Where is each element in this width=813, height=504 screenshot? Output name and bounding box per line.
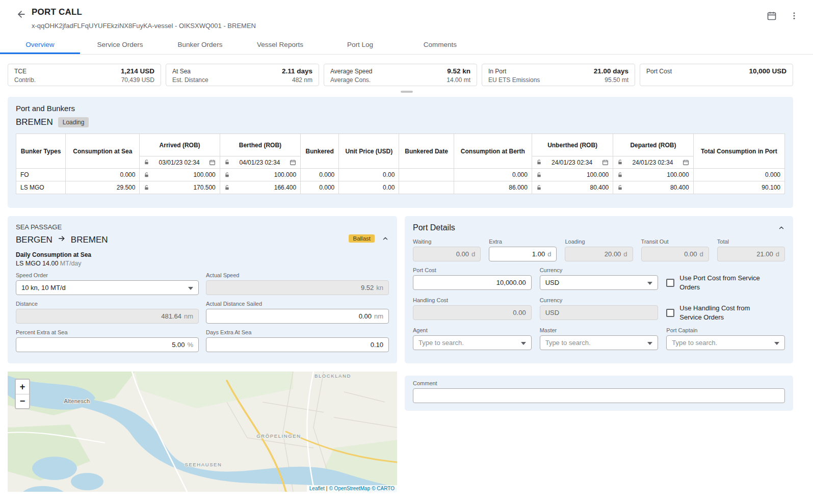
chevron-down-icon (647, 339, 652, 347)
unberthed-rob-cell[interactable]: 80.400 (532, 181, 613, 194)
kpi-value: 10,000 USD (749, 67, 786, 75)
calendar-icon[interactable] (683, 159, 689, 166)
page-title: PORT CALL (32, 7, 82, 17)
lock-icon[interactable] (224, 172, 230, 178)
extra-field[interactable]: 1.00d (489, 247, 557, 261)
tab-comments[interactable]: Comments (400, 36, 480, 54)
arrived-rob-cell[interactable]: 170.500 (140, 181, 220, 194)
bunkered-date-cell[interactable] (399, 169, 454, 181)
speed-order-select[interactable]: 10 kn, 10 MT/d (16, 280, 199, 295)
berthed-rob-cell[interactable]: 100.000 (220, 169, 300, 181)
days-extra-at-sea-field[interactable]: 0.10 (206, 337, 389, 352)
kpi-card-at-sea: At Sea2.11 days Est. Distance482 nm (166, 64, 319, 86)
actual-distance-sailed-label: Actual Distance Sailed (206, 301, 389, 307)
speed-order-label: Speed Order (16, 272, 199, 278)
agent-search-field[interactable] (413, 335, 532, 350)
calendar-icon[interactable] (602, 159, 609, 166)
lock-icon[interactable] (144, 185, 149, 191)
col-header-consumption-at-sea: Consumption at Sea (66, 134, 140, 169)
unit-price-cell[interactable]: 0.00 (339, 169, 399, 181)
map-label-groepelingen: GRÖPELINGEN (256, 433, 301, 439)
lock-icon[interactable] (536, 185, 542, 191)
tab-port-log[interactable]: Port Log (320, 36, 400, 54)
bunkered-cell[interactable]: 0.000 (301, 181, 339, 194)
lock-icon[interactable] (144, 160, 149, 165)
berthed-date[interactable]: 04/01/23 02:34 (232, 159, 287, 166)
route-map[interactable]: BLOCKLAND Altenesch GRÖPELINGEN SEEHAUSE… (8, 372, 397, 492)
tab-vessel-reports[interactable]: Vessel Reports (240, 36, 320, 54)
departed-rob-cell[interactable]: 80.400 (613, 181, 693, 194)
comment-input[interactable] (418, 392, 779, 400)
port-cost-label: Port Cost (413, 267, 532, 273)
map-label-seehausen: SEEHAUSEN (185, 462, 222, 467)
bunker-type: LS MGO (16, 181, 66, 194)
lock-icon[interactable] (617, 172, 623, 178)
calendar-icon[interactable] (765, 9, 778, 22)
tab-overview[interactable]: Overview (0, 36, 80, 54)
kebab-menu-icon[interactable] (788, 9, 801, 22)
consumption-at-sea-cell[interactable]: 29.500 (66, 181, 140, 194)
unberthed-rob-cell[interactable]: 100.000 (532, 169, 613, 181)
departed-date[interactable]: 24/01/23 02:34 (625, 159, 680, 166)
calendar-icon[interactable] (209, 159, 216, 166)
bunkered-cell[interactable]: 0.000 (301, 169, 339, 181)
zoom-in-button[interactable]: + (16, 380, 29, 394)
consumption-at-berth-cell[interactable]: 0.000 (454, 169, 532, 181)
lock-icon[interactable] (536, 160, 542, 165)
master-search-input[interactable] (545, 339, 648, 347)
kpi-collapse-handle[interactable] (401, 91, 413, 93)
calendar-icon[interactable] (290, 159, 296, 166)
daily-consumption-value: LS MGO 14.00 (16, 260, 58, 267)
departed-date-cell[interactable]: 24/01/23 02:34 (613, 156, 693, 169)
consumption-at-sea-cell[interactable]: 0.000 (66, 169, 140, 181)
zoom-out-button[interactable]: − (16, 394, 29, 408)
total-field: 21.00d (717, 247, 785, 261)
comment-field[interactable] (413, 388, 785, 403)
chevron-up-icon[interactable] (382, 235, 389, 242)
use-port-cost-checkbox[interactable] (666, 279, 674, 287)
berthed-date-cell[interactable]: 04/01/23 02:34 (220, 156, 300, 169)
master-search-field[interactable] (540, 335, 659, 350)
port-captain-label: Port Captain (666, 327, 785, 333)
lock-icon[interactable] (224, 160, 230, 165)
arrived-date-cell[interactable]: 03/01/23 02:34 (140, 156, 220, 169)
col-header-unit-price: Unit Price (USD) (339, 134, 399, 169)
lock-icon[interactable] (224, 185, 230, 191)
berthed-rob-cell[interactable]: 166.400 (220, 181, 300, 194)
openstreetmap-link[interactable]: © OpenStreetMap (329, 486, 370, 491)
lock-icon[interactable] (617, 160, 623, 165)
tab-service-orders[interactable]: Service Orders (80, 36, 160, 54)
port-captain-search-field[interactable] (666, 335, 785, 350)
departed-rob-cell[interactable]: 100.000 (613, 169, 693, 181)
use-handling-cost-checkbox[interactable] (666, 309, 674, 317)
percent-extra-at-sea-field[interactable]: 5.00 % (16, 337, 199, 352)
origin-port: BERGEN (16, 235, 53, 245)
handling-cost-field: 0.00 (413, 305, 532, 320)
back-arrow-icon[interactable] (15, 8, 28, 20)
tab-bunker-orders[interactable]: Bunker Orders (160, 36, 240, 54)
kpi-label: TCE (14, 67, 27, 76)
bunkered-date-cell[interactable] (399, 181, 454, 194)
unberthed-date-cell[interactable]: 24/01/23 02:34 (532, 156, 613, 169)
port-cost-field[interactable]: 10,000.00 (413, 275, 532, 290)
chevron-up-icon[interactable] (778, 224, 785, 231)
kpi-label: Port Cost (646, 67, 672, 76)
actual-distance-sailed-field[interactable]: 0.00 nm (206, 309, 389, 324)
col-header-consumption-at-berth: Consumption at Berth (454, 134, 532, 169)
arrived-rob-cell[interactable]: 100.000 (140, 169, 220, 181)
use-handling-cost-label: Use Handling Cost from Service Orders (679, 304, 770, 322)
lock-icon[interactable] (144, 172, 149, 178)
arrived-date[interactable]: 03/01/23 02:34 (151, 159, 206, 166)
chevron-down-icon (188, 284, 193, 291)
lock-icon[interactable] (536, 172, 542, 178)
unit-price-cell[interactable]: 0.00 (339, 181, 399, 194)
port-captain-search-input[interactable] (672, 339, 774, 347)
ballast-badge: Ballast (349, 234, 375, 243)
consumption-at-berth-cell[interactable]: 86.000 (454, 181, 532, 194)
unberthed-date[interactable]: 24/01/23 02:34 (544, 159, 600, 166)
port-cost-currency-select[interactable]: USD (540, 275, 659, 290)
leaflet-link[interactable]: Leaflet (309, 486, 325, 491)
carto-link[interactable]: © CARTO (372, 486, 395, 491)
agent-search-input[interactable] (418, 339, 521, 347)
lock-icon[interactable] (617, 185, 623, 191)
